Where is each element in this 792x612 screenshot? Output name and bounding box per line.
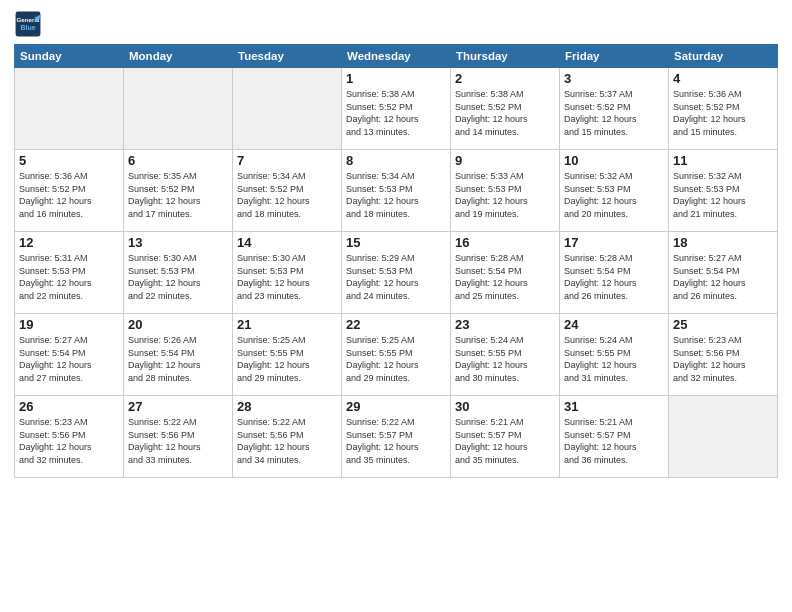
day-info: Sunrise: 5:36 AMSunset: 5:52 PMDaylight:…: [673, 88, 773, 138]
svg-text:Blue: Blue: [20, 24, 35, 31]
day-number: 31: [564, 399, 664, 414]
day-number: 15: [346, 235, 446, 250]
calendar-cell: 16Sunrise: 5:28 AMSunset: 5:54 PMDayligh…: [451, 232, 560, 314]
calendar-cell: 13Sunrise: 5:30 AMSunset: 5:53 PMDayligh…: [124, 232, 233, 314]
day-number: 14: [237, 235, 337, 250]
calendar-cell: 6Sunrise: 5:35 AMSunset: 5:52 PMDaylight…: [124, 150, 233, 232]
week-row-2: 5Sunrise: 5:36 AMSunset: 5:52 PMDaylight…: [15, 150, 778, 232]
day-info: Sunrise: 5:33 AMSunset: 5:53 PMDaylight:…: [455, 170, 555, 220]
weekday-header-wednesday: Wednesday: [342, 45, 451, 68]
calendar-cell: 24Sunrise: 5:24 AMSunset: 5:55 PMDayligh…: [560, 314, 669, 396]
calendar-cell: 10Sunrise: 5:32 AMSunset: 5:53 PMDayligh…: [560, 150, 669, 232]
calendar-cell: 23Sunrise: 5:24 AMSunset: 5:55 PMDayligh…: [451, 314, 560, 396]
weekday-header-friday: Friday: [560, 45, 669, 68]
week-row-3: 12Sunrise: 5:31 AMSunset: 5:53 PMDayligh…: [15, 232, 778, 314]
calendar-cell: 17Sunrise: 5:28 AMSunset: 5:54 PMDayligh…: [560, 232, 669, 314]
day-number: 6: [128, 153, 228, 168]
header: General Blue: [14, 10, 778, 38]
day-info: Sunrise: 5:25 AMSunset: 5:55 PMDaylight:…: [346, 334, 446, 384]
calendar-cell: [669, 396, 778, 478]
week-row-5: 26Sunrise: 5:23 AMSunset: 5:56 PMDayligh…: [15, 396, 778, 478]
calendar-cell: 4Sunrise: 5:36 AMSunset: 5:52 PMDaylight…: [669, 68, 778, 150]
calendar-cell: 9Sunrise: 5:33 AMSunset: 5:53 PMDaylight…: [451, 150, 560, 232]
calendar-cell: 5Sunrise: 5:36 AMSunset: 5:52 PMDaylight…: [15, 150, 124, 232]
day-number: 5: [19, 153, 119, 168]
calendar-cell: 19Sunrise: 5:27 AMSunset: 5:54 PMDayligh…: [15, 314, 124, 396]
calendar-table: SundayMondayTuesdayWednesdayThursdayFrid…: [14, 44, 778, 478]
day-info: Sunrise: 5:23 AMSunset: 5:56 PMDaylight:…: [19, 416, 119, 466]
day-number: 2: [455, 71, 555, 86]
day-info: Sunrise: 5:26 AMSunset: 5:54 PMDaylight:…: [128, 334, 228, 384]
day-info: Sunrise: 5:21 AMSunset: 5:57 PMDaylight:…: [455, 416, 555, 466]
weekday-header-sunday: Sunday: [15, 45, 124, 68]
day-info: Sunrise: 5:27 AMSunset: 5:54 PMDaylight:…: [673, 252, 773, 302]
day-number: 26: [19, 399, 119, 414]
calendar-cell: 11Sunrise: 5:32 AMSunset: 5:53 PMDayligh…: [669, 150, 778, 232]
calendar-cell: 26Sunrise: 5:23 AMSunset: 5:56 PMDayligh…: [15, 396, 124, 478]
day-number: 8: [346, 153, 446, 168]
calendar-cell: 3Sunrise: 5:37 AMSunset: 5:52 PMDaylight…: [560, 68, 669, 150]
day-number: 3: [564, 71, 664, 86]
day-number: 7: [237, 153, 337, 168]
day-number: 19: [19, 317, 119, 332]
calendar-cell: [15, 68, 124, 150]
page-container: General Blue SundayMondayTuesdayWednesda…: [0, 0, 792, 488]
calendar-cell: 22Sunrise: 5:25 AMSunset: 5:55 PMDayligh…: [342, 314, 451, 396]
day-info: Sunrise: 5:28 AMSunset: 5:54 PMDaylight:…: [564, 252, 664, 302]
day-info: Sunrise: 5:27 AMSunset: 5:54 PMDaylight:…: [19, 334, 119, 384]
logo: General Blue: [14, 10, 42, 38]
calendar-cell: 1Sunrise: 5:38 AMSunset: 5:52 PMDaylight…: [342, 68, 451, 150]
day-number: 22: [346, 317, 446, 332]
calendar-cell: 2Sunrise: 5:38 AMSunset: 5:52 PMDaylight…: [451, 68, 560, 150]
weekday-header-saturday: Saturday: [669, 45, 778, 68]
day-info: Sunrise: 5:32 AMSunset: 5:53 PMDaylight:…: [673, 170, 773, 220]
calendar-cell: 21Sunrise: 5:25 AMSunset: 5:55 PMDayligh…: [233, 314, 342, 396]
week-row-4: 19Sunrise: 5:27 AMSunset: 5:54 PMDayligh…: [15, 314, 778, 396]
day-info: Sunrise: 5:31 AMSunset: 5:53 PMDaylight:…: [19, 252, 119, 302]
calendar-cell: [124, 68, 233, 150]
day-number: 28: [237, 399, 337, 414]
day-number: 13: [128, 235, 228, 250]
weekday-header-tuesday: Tuesday: [233, 45, 342, 68]
day-info: Sunrise: 5:22 AMSunset: 5:56 PMDaylight:…: [128, 416, 228, 466]
weekday-header-thursday: Thursday: [451, 45, 560, 68]
calendar-cell: 18Sunrise: 5:27 AMSunset: 5:54 PMDayligh…: [669, 232, 778, 314]
day-number: 25: [673, 317, 773, 332]
day-info: Sunrise: 5:38 AMSunset: 5:52 PMDaylight:…: [346, 88, 446, 138]
calendar-cell: 29Sunrise: 5:22 AMSunset: 5:57 PMDayligh…: [342, 396, 451, 478]
day-info: Sunrise: 5:21 AMSunset: 5:57 PMDaylight:…: [564, 416, 664, 466]
day-info: Sunrise: 5:25 AMSunset: 5:55 PMDaylight:…: [237, 334, 337, 384]
calendar-cell: 12Sunrise: 5:31 AMSunset: 5:53 PMDayligh…: [15, 232, 124, 314]
day-info: Sunrise: 5:23 AMSunset: 5:56 PMDaylight:…: [673, 334, 773, 384]
day-number: 23: [455, 317, 555, 332]
calendar-cell: 31Sunrise: 5:21 AMSunset: 5:57 PMDayligh…: [560, 396, 669, 478]
day-info: Sunrise: 5:30 AMSunset: 5:53 PMDaylight:…: [237, 252, 337, 302]
day-info: Sunrise: 5:24 AMSunset: 5:55 PMDaylight:…: [564, 334, 664, 384]
day-info: Sunrise: 5:32 AMSunset: 5:53 PMDaylight:…: [564, 170, 664, 220]
day-info: Sunrise: 5:34 AMSunset: 5:53 PMDaylight:…: [346, 170, 446, 220]
day-number: 18: [673, 235, 773, 250]
day-info: Sunrise: 5:22 AMSunset: 5:56 PMDaylight:…: [237, 416, 337, 466]
day-number: 11: [673, 153, 773, 168]
day-info: Sunrise: 5:35 AMSunset: 5:52 PMDaylight:…: [128, 170, 228, 220]
calendar-cell: 25Sunrise: 5:23 AMSunset: 5:56 PMDayligh…: [669, 314, 778, 396]
calendar-cell: 28Sunrise: 5:22 AMSunset: 5:56 PMDayligh…: [233, 396, 342, 478]
day-number: 24: [564, 317, 664, 332]
calendar-cell: [233, 68, 342, 150]
day-info: Sunrise: 5:22 AMSunset: 5:57 PMDaylight:…: [346, 416, 446, 466]
day-number: 16: [455, 235, 555, 250]
day-number: 20: [128, 317, 228, 332]
calendar-cell: 7Sunrise: 5:34 AMSunset: 5:52 PMDaylight…: [233, 150, 342, 232]
weekday-header-row: SundayMondayTuesdayWednesdayThursdayFrid…: [15, 45, 778, 68]
week-row-1: 1Sunrise: 5:38 AMSunset: 5:52 PMDaylight…: [15, 68, 778, 150]
calendar-cell: 14Sunrise: 5:30 AMSunset: 5:53 PMDayligh…: [233, 232, 342, 314]
logo-icon: General Blue: [14, 10, 42, 38]
day-number: 30: [455, 399, 555, 414]
day-info: Sunrise: 5:34 AMSunset: 5:52 PMDaylight:…: [237, 170, 337, 220]
day-info: Sunrise: 5:30 AMSunset: 5:53 PMDaylight:…: [128, 252, 228, 302]
day-number: 10: [564, 153, 664, 168]
day-info: Sunrise: 5:28 AMSunset: 5:54 PMDaylight:…: [455, 252, 555, 302]
day-info: Sunrise: 5:38 AMSunset: 5:52 PMDaylight:…: [455, 88, 555, 138]
weekday-header-monday: Monday: [124, 45, 233, 68]
day-info: Sunrise: 5:36 AMSunset: 5:52 PMDaylight:…: [19, 170, 119, 220]
